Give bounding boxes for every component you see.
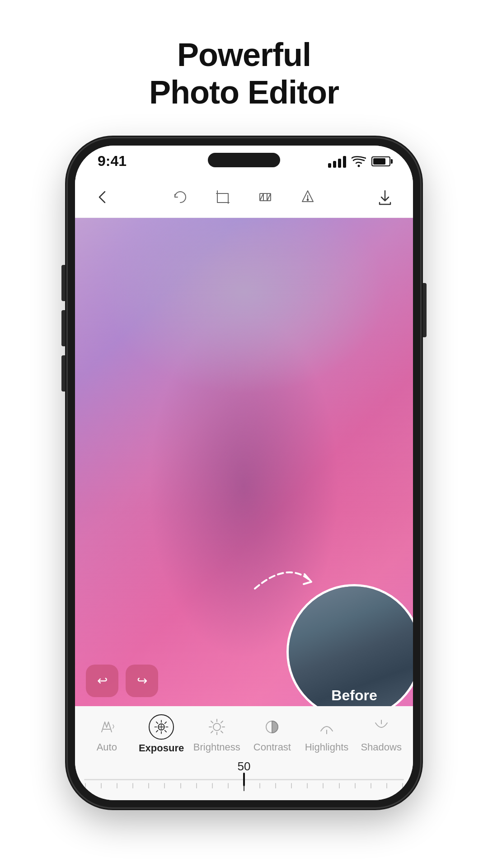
tool-contrast-label: Contrast [253, 741, 291, 753]
photo-area: ↩ ↪ Before [75, 218, 413, 706]
exposure-icon [149, 714, 174, 740]
tool-highlights[interactable]: Highlights [304, 715, 349, 753]
page-title: Powerful Photo Editor [149, 36, 339, 111]
highlights-icon [315, 715, 338, 739]
svg-line-3 [260, 193, 263, 201]
back-button[interactable] [93, 187, 113, 207]
tool-exposure[interactable]: Exposure [139, 714, 184, 754]
slider-track[interactable] [84, 779, 404, 780]
wifi-icon [352, 156, 366, 167]
edit-tools-row: Auto [75, 706, 413, 758]
svg-point-0 [358, 165, 360, 167]
shadows-icon [370, 715, 393, 739]
redo-button[interactable]: ↪ [126, 665, 158, 697]
slider-container[interactable] [75, 775, 413, 796]
status-icons [328, 155, 390, 168]
svg-line-28 [211, 731, 213, 733]
before-label: Before [331, 687, 377, 704]
svg-line-26 [221, 731, 223, 733]
adjust-button[interactable] [298, 187, 318, 207]
svg-line-27 [221, 721, 223, 723]
dynamic-island [208, 153, 280, 167]
slider-thumb[interactable] [243, 773, 245, 786]
tool-auto-label: Auto [97, 741, 117, 753]
svg-point-7 [307, 199, 309, 201]
svg-line-25 [211, 721, 213, 723]
svg-line-4 [267, 193, 271, 201]
toolbar [75, 177, 413, 218]
tool-exposure-label: Exposure [139, 742, 184, 754]
tool-shadows[interactable]: Shadows [359, 715, 404, 753]
status-time: 9:41 [98, 153, 127, 170]
undo-button[interactable]: ↩ [86, 665, 118, 697]
download-button[interactable] [375, 187, 395, 207]
contrast-icon [260, 715, 284, 739]
brightness-icon [205, 715, 229, 739]
rotate-button[interactable] [170, 187, 190, 207]
before-comparison[interactable]: Before [286, 584, 413, 706]
bottom-panel: Auto [75, 706, 413, 800]
tool-highlights-label: Highlights [305, 741, 349, 753]
tool-auto[interactable]: Auto [84, 715, 129, 753]
svg-line-14 [156, 722, 158, 723]
tool-shadows-label: Shadows [361, 741, 402, 753]
svg-point-20 [213, 723, 221, 731]
svg-line-15 [165, 730, 166, 731]
transform-button[interactable] [255, 187, 275, 207]
crop-button[interactable] [213, 187, 233, 207]
auto-icon [95, 715, 118, 739]
signal-icon [328, 155, 346, 168]
svg-line-16 [165, 722, 166, 723]
svg-line-17 [156, 730, 158, 731]
battery-icon [371, 156, 390, 166]
tool-contrast[interactable]: Contrast [249, 715, 295, 753]
tool-brightness-label: Brightness [193, 741, 240, 753]
phone-mockup: 9:41 [68, 138, 420, 816]
tool-brightness[interactable]: Brightness [193, 715, 240, 753]
action-buttons: ↩ ↪ [86, 665, 158, 697]
